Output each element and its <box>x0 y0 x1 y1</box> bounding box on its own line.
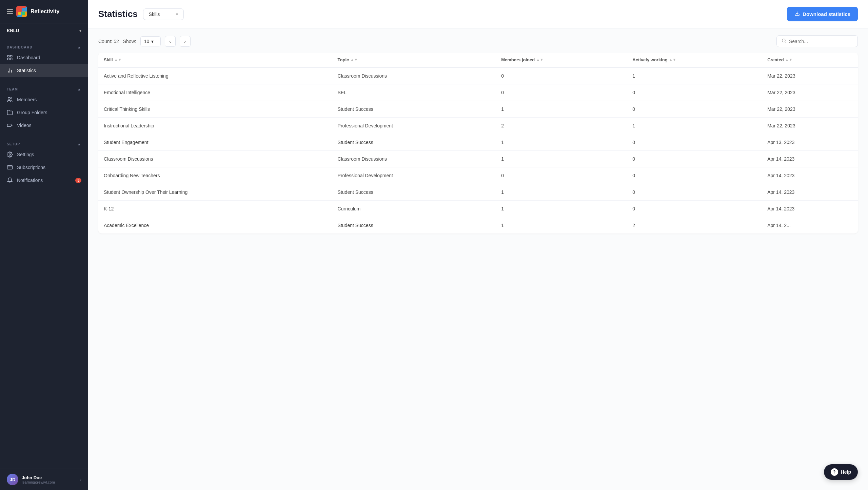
org-chevron-icon: ▾ <box>79 28 81 33</box>
sidebar-item-notifications[interactable]: Notifications 3 <box>0 174 88 187</box>
prev-page-button[interactable]: ‹ <box>165 36 176 47</box>
cell-actively-working: 0 <box>627 134 762 151</box>
cell-topic: Classroom Discussions <box>332 151 496 167</box>
cell-topic: Student Success <box>332 101 496 118</box>
sidebar-item-label-statistics: Statistics <box>17 68 36 73</box>
svg-rect-1 <box>11 55 12 57</box>
svg-line-16 <box>785 42 786 43</box>
svg-point-15 <box>782 39 785 42</box>
table-row: Academic Excellence Student Success 1 2 … <box>98 217 858 234</box>
nav-section-dashboard: DASHBOARD ▲ Dashboard Statistics <box>0 38 88 80</box>
table-body: Active and Reflective Listening Classroo… <box>98 67 858 233</box>
cell-created: Apr 14, 2023 <box>762 151 858 167</box>
cell-topic: Student Success <box>332 184 496 201</box>
cell-actively-working: 0 <box>627 201 762 217</box>
sidebar-item-videos[interactable]: Videos <box>0 119 88 132</box>
sidebar-item-label-group-folders: Group Folders <box>17 110 47 115</box>
org-section[interactable]: KNLU ▾ <box>0 23 88 38</box>
table-header-row: Skill ▲▼ Topic ▲▼ Members joined ▲ <box>98 53 858 67</box>
section-header-dashboard: DASHBOARD ▲ <box>0 42 88 51</box>
col-header-topic: Topic ▲▼ <box>332 53 496 67</box>
svg-rect-9 <box>7 124 11 127</box>
svg-rect-2 <box>7 58 9 60</box>
cell-topic: Classroom Discussions <box>332 67 496 84</box>
menu-icon[interactable] <box>7 9 13 14</box>
cell-members-joined: 1 <box>496 151 627 167</box>
cell-topic: Professional Development <box>332 118 496 134</box>
cell-members-joined: 1 <box>496 134 627 151</box>
cell-actively-working: 0 <box>627 184 762 201</box>
user-name: John Doe <box>22 475 77 480</box>
folder-icon <box>7 109 13 116</box>
cell-created: Apr 14, 2023 <box>762 167 858 184</box>
search-icon <box>782 38 786 44</box>
section-collapse-team[interactable]: ▲ <box>77 87 81 91</box>
table-row: K-12 Curriculum 1 0 Apr 14, 2023 <box>98 201 858 217</box>
cell-skill: Critical Thinking Skills <box>98 101 332 118</box>
sidebar-item-subscriptions[interactable]: Subscriptions <box>0 161 88 174</box>
table-row: Student Engagement Student Success 1 0 A… <box>98 134 858 151</box>
data-table: Skill ▲▼ Topic ▲▼ Members joined ▲ <box>98 53 858 233</box>
cell-members-joined: 1 <box>496 101 627 118</box>
cell-actively-working: 2 <box>627 217 762 234</box>
cell-skill: Academic Excellence <box>98 217 332 234</box>
table-row: Classroom Discussions Classroom Discussi… <box>98 151 858 167</box>
cell-actively-working: 0 <box>627 84 762 101</box>
svg-marker-10 <box>11 125 12 126</box>
user-footer[interactable]: JD John Doe learning@swivl.com › <box>0 469 88 490</box>
help-icon: ? <box>831 468 838 476</box>
table-row: Onboarding New Teachers Professional Dev… <box>98 167 858 184</box>
table-area: Count: 52 Show: 10 ▾ ‹ › <box>88 28 868 490</box>
section-collapse-setup[interactable]: ▲ <box>77 142 81 146</box>
dashboard-icon <box>7 55 13 61</box>
sidebar-item-statistics[interactable]: Statistics <box>0 64 88 77</box>
show-select[interactable]: 10 ▾ <box>140 36 161 46</box>
section-collapse-dashboard[interactable]: ▲ <box>77 45 81 49</box>
cell-members-joined: 1 <box>496 217 627 234</box>
user-chevron-icon: › <box>80 477 81 482</box>
table-toolbar: Count: 52 Show: 10 ▾ ‹ › <box>98 35 858 47</box>
avatar: JD <box>7 474 18 485</box>
search-input[interactable] <box>789 39 853 44</box>
nav-section-team: TEAM ▲ Members Group Folders <box>0 80 88 135</box>
col-header-actively-working: Actively working ▲▼ <box>627 53 762 67</box>
sidebar-item-label-notifications: Notifications <box>17 178 43 183</box>
sidebar-item-members[interactable]: Members <box>0 93 88 106</box>
cell-skill: Active and Reflective Listening <box>98 67 332 84</box>
cell-created: Apr 14, 2023 <box>762 201 858 217</box>
sidebar-header: Reflectivity <box>0 0 88 23</box>
cell-members-joined: 2 <box>496 118 627 134</box>
download-statistics-button[interactable]: Download statistics <box>787 7 858 21</box>
sidebar-item-label-videos: Videos <box>17 123 32 128</box>
next-page-button[interactable]: › <box>180 36 191 47</box>
cell-topic: Professional Development <box>332 167 496 184</box>
svg-rect-3 <box>11 58 12 60</box>
help-button[interactable]: ? Help <box>824 464 858 480</box>
notifications-badge: 3 <box>75 178 81 183</box>
cell-actively-working: 0 <box>627 151 762 167</box>
main-header: Statistics Skills ▾ Download statistics <box>88 0 868 28</box>
sidebar-item-dashboard[interactable]: Dashboard <box>0 51 88 64</box>
cell-skill: Onboarding New Teachers <box>98 167 332 184</box>
org-name: KNLU <box>7 28 19 33</box>
user-email: learning@swivl.com <box>22 480 77 484</box>
table-row: Active and Reflective Listening Classroo… <box>98 67 858 84</box>
sidebar-item-label-subscriptions: Subscriptions <box>17 165 45 170</box>
filter-dropdown[interactable]: Skills ▾ <box>143 8 184 20</box>
svg-point-7 <box>8 97 10 99</box>
notifications-icon <box>7 177 13 183</box>
cell-members-joined: 0 <box>496 84 627 101</box>
cell-created: Mar 22, 2023 <box>762 101 858 118</box>
sidebar-item-settings[interactable]: Settings <box>0 148 88 161</box>
sidebar-item-group-folders[interactable]: Group Folders <box>0 106 88 119</box>
search-box[interactable] <box>776 35 858 47</box>
cell-skill: Instructional Leadership <box>98 118 332 134</box>
filter-dropdown-value: Skills <box>149 12 160 17</box>
cell-members-joined: 0 <box>496 167 627 184</box>
subscriptions-icon <box>7 164 13 170</box>
main-content: Statistics Skills ▾ Download statistics … <box>88 0 868 490</box>
cell-members-joined: 1 <box>496 201 627 217</box>
sort-topic-icon: ▲▼ <box>350 58 358 62</box>
app-name: Reflectivity <box>31 8 59 15</box>
members-icon <box>7 97 13 103</box>
